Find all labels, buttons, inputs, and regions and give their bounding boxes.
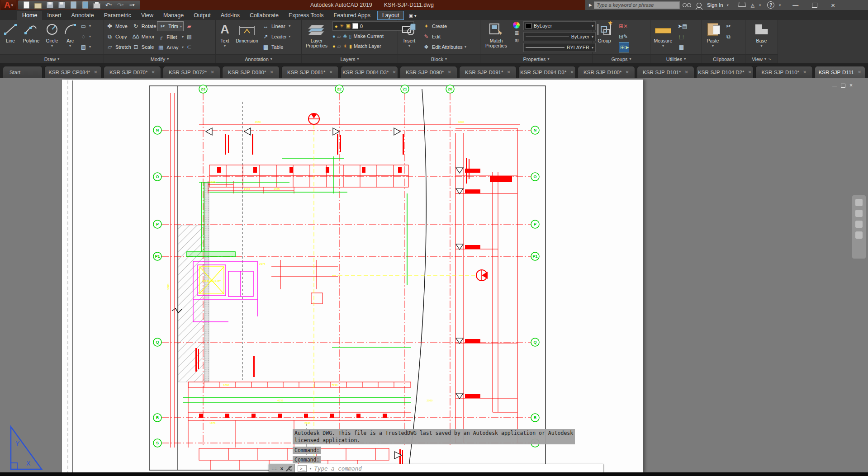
group-edit-icon[interactable]: ⊞✎ xyxy=(619,32,629,41)
layer-properties-button[interactable]: Layer Properties xyxy=(304,21,330,54)
measure-button[interactable]: Measure▾ xyxy=(652,21,674,54)
navigation-bar[interactable] xyxy=(852,195,866,259)
tab-parametric[interactable]: Parametric xyxy=(99,11,136,20)
file-tab[interactable]: KSR-SJP-D091*✕ xyxy=(459,66,517,78)
file-tab[interactable]: KSR-SJP-D080*✕ xyxy=(222,66,280,78)
paste-button[interactable]: Paste▾ xyxy=(704,21,722,54)
command-input[interactable]: >_ ▾ Type a command xyxy=(294,464,603,473)
plot-icon[interactable] xyxy=(92,1,101,9)
undo-icon[interactable]: ↶▾ xyxy=(104,1,113,9)
tab-add-ins[interactable]: Add-ins xyxy=(216,11,245,20)
export-icon[interactable] xyxy=(69,1,78,9)
close-icon[interactable]: ✕ xyxy=(392,70,396,75)
match-properties-button[interactable]: Match Properties xyxy=(482,21,510,54)
new-file-icon[interactable] xyxy=(22,1,31,9)
tab-insert[interactable]: Insert xyxy=(42,11,66,20)
line-button[interactable]: Line xyxy=(2,21,19,54)
tab-express-tools[interactable]: Express Tools xyxy=(284,11,329,20)
panel-label-clipboard[interactable]: Clipboard xyxy=(702,54,745,63)
file-tab[interactable]: KSR-SJP-CP084*✕ xyxy=(44,66,102,78)
quick-select-icon[interactable]: ➤▤ xyxy=(678,21,685,31)
object-color-dropdown[interactable]: ByLayer▾ xyxy=(523,21,596,30)
file-tab[interactable]: KSR-SJP-D101*✕ xyxy=(637,66,694,78)
create-block-button[interactable]: ✦Create xyxy=(422,21,466,31)
scale-button[interactable]: ⊡Scale xyxy=(132,42,156,52)
layer-state-icon-2[interactable]: ▱ xyxy=(337,33,341,39)
close-icon[interactable]: ✕ xyxy=(270,70,273,75)
tab-output[interactable]: Output xyxy=(189,11,216,20)
layer-state-icon-6[interactable]: ▱ xyxy=(337,43,341,49)
file-tab[interactable]: KSR-SJP-D070*✕ xyxy=(104,66,161,78)
wrench-icon[interactable] xyxy=(285,466,292,472)
quick-calc-icon[interactable]: ▦ xyxy=(678,42,685,52)
stretch-button[interactable]: ▱Stretch xyxy=(106,42,131,52)
search-input[interactable]: Type a keyword or phrase xyxy=(594,1,680,9)
copy-clip-icon[interactable]: ⧉ xyxy=(725,32,732,41)
dwg-close-button[interactable]: × xyxy=(849,82,853,89)
select-window-icon[interactable]: ⬚ xyxy=(678,32,685,41)
panel-label-groups[interactable]: Groups▾ xyxy=(593,54,650,63)
trim-button[interactable]: ✂Trim▾ xyxy=(157,21,184,31)
close-icon[interactable]: ✕ xyxy=(447,70,451,75)
erase-tool-icon[interactable]: ▰ xyxy=(185,21,193,31)
edit-block-button[interactable]: ✎Edit xyxy=(422,32,466,41)
file-tab[interactable]: KSR-SJP-D104 D2*✕ xyxy=(696,66,754,78)
edit-attributes-button[interactable]: ❖Edit Attributes▾ xyxy=(422,42,466,52)
restore-button[interactable] xyxy=(812,3,817,8)
ribbon-display-toggle-icon[interactable]: ▣ ▾ xyxy=(408,13,416,20)
polyline-button[interactable]: Polyline xyxy=(21,21,41,54)
open-folder-icon[interactable] xyxy=(33,1,43,9)
file-tab-start[interactable]: Start xyxy=(3,66,43,78)
layer-state-icon-8[interactable]: ▮ xyxy=(349,43,352,49)
user-icon[interactable] xyxy=(697,3,702,8)
close-icon[interactable]: ✕ xyxy=(151,70,155,75)
leader-button[interactable]: ↗Leader▾ xyxy=(262,32,290,41)
arc-button[interactable]: Arc▾ xyxy=(63,21,77,54)
lineweight-icon[interactable]: ≣ xyxy=(513,30,521,36)
file-tab[interactable]: KSR-SJP-D090*✕ xyxy=(400,66,457,78)
make-current-button[interactable]: Make Current xyxy=(353,33,384,40)
redo-icon[interactable]: ↷▾ xyxy=(116,1,125,9)
sign-in-dropdown-icon[interactable]: ▾ xyxy=(727,3,729,7)
nav-orbit-icon[interactable] xyxy=(855,231,863,239)
panel-label-block[interactable]: Block▾ xyxy=(398,54,480,63)
file-tab[interactable]: KSR-SJP-D081*✕ xyxy=(281,66,339,78)
app-store-dropdown-icon[interactable]: ▾ xyxy=(759,3,761,7)
help-icon[interactable]: ? xyxy=(767,1,774,9)
layer-state-icon-4[interactable]: ▯ xyxy=(349,33,351,39)
app-store-icon[interactable]: ◬ xyxy=(751,2,754,8)
copy-button[interactable]: ⧉Copy xyxy=(106,32,131,41)
linetype-icon[interactable]: ≋ xyxy=(513,38,521,44)
save-as-icon[interactable] xyxy=(57,1,66,9)
close-icon[interactable]: ✕ xyxy=(625,70,629,75)
tab-featured-apps[interactable]: Featured Apps xyxy=(329,11,375,20)
linear-button[interactable]: ↔Linear▾ xyxy=(262,21,290,31)
drawing-canvas[interactable]: FIREMAN LIFT 4950 6000 1065 1943 2945 18… xyxy=(0,78,868,472)
close-icon[interactable]: ✕ xyxy=(684,70,688,75)
close-icon[interactable]: ✕ xyxy=(803,70,806,75)
text-button[interactable]: A Text▾ xyxy=(218,21,232,54)
nav-pan-icon[interactable] xyxy=(855,210,863,217)
command-close-icon[interactable]: × xyxy=(280,466,283,472)
explode-tool-icon[interactable]: ▧ xyxy=(185,32,193,41)
panel-dialog-launcher-icon[interactable]: ↘ xyxy=(768,57,771,61)
file-tab[interactable]: KSR-SJP-D084 D3*✕ xyxy=(341,66,398,78)
color-wheel-icon[interactable] xyxy=(513,22,520,28)
table-button[interactable]: ▦Table xyxy=(262,42,290,52)
insert-button[interactable]: Insert▾ xyxy=(400,21,419,54)
array-button[interactable]: ▦Array▾ xyxy=(157,42,184,52)
cart-icon[interactable] xyxy=(739,4,745,7)
lineweight-dropdown[interactable]: ByLayer▾ xyxy=(523,32,596,41)
rotate-button[interactable]: ↻Rotate xyxy=(132,21,156,31)
move-button[interactable]: ✜Move xyxy=(106,21,131,31)
search-icon[interactable] xyxy=(683,3,691,7)
ellipse-tool-icon[interactable]: ◌▾ xyxy=(80,32,91,41)
close-icon[interactable]: ✕ xyxy=(210,70,214,75)
layer-state-icon-1[interactable]: ● xyxy=(332,33,336,39)
close-icon[interactable]: ✕ xyxy=(507,70,510,75)
recent-commands-dropdown-icon[interactable]: ▾ xyxy=(309,467,311,471)
nav-wheel-icon[interactable] xyxy=(855,199,863,206)
circle-button[interactable]: Circle▾ xyxy=(43,21,61,54)
sign-in-button[interactable]: Sign In xyxy=(707,2,723,8)
customize-qat-icon[interactable]: ═▾ xyxy=(128,1,137,9)
